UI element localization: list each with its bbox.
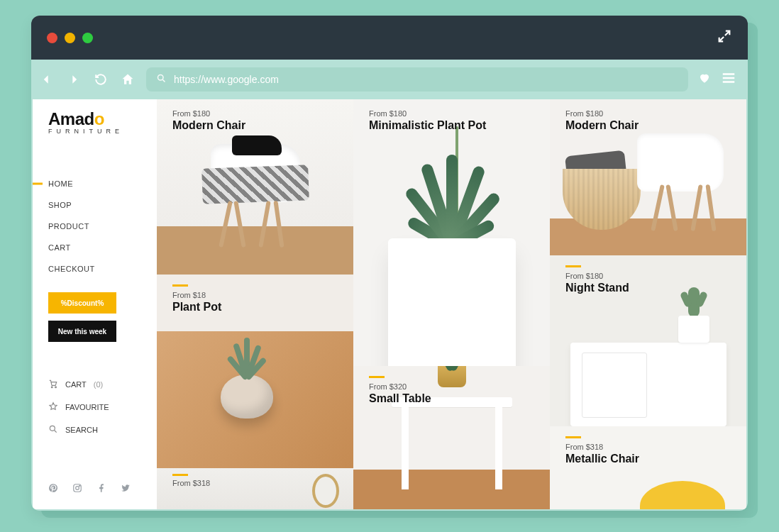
sidebar: Amado FURNITURE HOME SHOP PRODUCT CART C… (33, 99, 157, 509)
page: Amado FURNITURE HOME SHOP PRODUCT CART C… (33, 99, 746, 509)
product-title: Plant Pot (172, 301, 221, 314)
product-label: From $318 Metallic Chair (565, 436, 639, 465)
window-maximize-icon[interactable] (82, 33, 93, 43)
window-close-icon[interactable] (47, 33, 57, 43)
fullscreen-icon[interactable] (717, 28, 732, 47)
product-title: Modern Chair (565, 119, 639, 132)
product-price: From $318 (565, 443, 639, 451)
grid-col-2: From $180 Minimalistic Plant Pot (353, 99, 550, 509)
cta-group: %Discount% New this week (33, 292, 157, 342)
product-label: From $180 Night Stand (565, 265, 629, 294)
accent-bar (369, 376, 385, 378)
svg-point-1 (51, 387, 53, 388)
product-card[interactable]: From $318 (157, 468, 353, 509)
svg-point-2 (55, 387, 57, 388)
product-label: From $318 (172, 474, 210, 487)
product-title: Metallic Chair (565, 453, 639, 465)
nav-back-icon[interactable] (38, 71, 55, 88)
sidebar-search[interactable]: SEARCH (48, 424, 157, 436)
product-image (640, 481, 725, 509)
star-icon (48, 401, 58, 413)
sidebar-cart-label: CART (65, 380, 87, 389)
window-controls (47, 33, 93, 43)
brand-logo[interactable]: Amado FURNITURE (33, 109, 157, 139)
product-price: From $180 (369, 109, 486, 118)
product-card[interactable]: From $180 Minimalistic Plant Pot (353, 99, 550, 366)
accent-bar (172, 474, 188, 476)
cart-icon (48, 379, 58, 390)
product-grid: From $180 Modern Chair (157, 99, 746, 509)
nav-reload-icon[interactable] (92, 71, 109, 88)
search-icon (156, 73, 167, 87)
product-card[interactable]: From $318 Metallic Chair (550, 426, 746, 509)
search-small-icon (48, 424, 58, 436)
product-price: From $318 (172, 479, 210, 487)
twitter-icon[interactable] (121, 483, 131, 495)
sidebar-search-label: SEARCH (65, 426, 98, 434)
brand-name: Amado (48, 109, 157, 129)
product-title: Minimalistic Plant Pot (369, 119, 486, 132)
product-card[interactable]: From $180 Modern Chair (550, 99, 746, 255)
nav-home-icon[interactable] (119, 71, 136, 88)
product-card[interactable]: From $180 Modern Chair (157, 99, 353, 275)
svg-point-6 (79, 485, 80, 486)
nav-item-product[interactable]: PRODUCT (48, 216, 157, 237)
product-image (353, 99, 550, 366)
nav-item-home[interactable]: HOME (48, 173, 157, 194)
product-title: Small Table (369, 392, 431, 405)
product-title: Night Stand (565, 282, 629, 294)
brand-subtitle: FURNITURE (48, 128, 157, 135)
sidebar-meta: CART (0) FAVOURITE SEARCH (33, 379, 157, 436)
product-label: From $18 Plant Pot (172, 284, 221, 314)
product-price: From $320 (369, 382, 431, 391)
window-titlebar (31, 16, 748, 60)
product-card[interactable]: From $320 Small Table (353, 366, 550, 509)
pinterest-icon[interactable] (48, 483, 58, 495)
accent-bar (565, 436, 581, 438)
nav-item-shop[interactable]: SHOP (48, 194, 157, 216)
sidebar-favourite-label: FAVOURITE (65, 403, 109, 411)
product-label: From $180 Minimalistic Plant Pot (369, 109, 486, 132)
url-bar[interactable] (146, 67, 688, 92)
brand-name-prefix: Amad (48, 109, 94, 128)
product-title: Modern Chair (172, 119, 245, 132)
accent-bar (565, 265, 581, 267)
menu-icon[interactable] (721, 70, 736, 89)
browser-window: Amado FURNITURE HOME SHOP PRODUCT CART C… (31, 16, 748, 511)
social-links (48, 483, 131, 495)
product-price: From $180 (565, 272, 629, 280)
sidebar-favourite[interactable]: FAVOURITE (48, 401, 157, 413)
svg-point-3 (50, 426, 55, 431)
page-viewport: Amado FURNITURE HOME SHOP PRODUCT CART C… (33, 99, 746, 509)
new-this-week-button[interactable]: New this week (48, 321, 116, 342)
product-price: From $18 (172, 291, 221, 299)
grid-col-3: From $180 Modern Chair From $180 Night (550, 99, 746, 509)
nav-item-checkout[interactable]: CHECKOUT (48, 258, 157, 279)
svg-point-5 (76, 487, 79, 490)
product-label: From $320 Small Table (369, 376, 431, 405)
product-card[interactable]: From $180 Night Stand (550, 255, 746, 426)
favourite-icon[interactable] (698, 72, 711, 87)
main-nav: HOME SHOP PRODUCT CART CHECKOUT (33, 173, 157, 279)
nav-forward-icon[interactable] (65, 71, 82, 88)
url-input[interactable] (174, 74, 678, 85)
window-minimize-icon[interactable] (65, 33, 75, 43)
product-label: From $180 Modern Chair (565, 109, 639, 132)
product-price: From $180 (565, 109, 639, 118)
sidebar-cart-count: (0) (94, 380, 103, 389)
discount-button[interactable]: %Discount% (48, 292, 116, 314)
instagram-icon[interactable] (72, 483, 82, 495)
nav-item-cart[interactable]: CART (48, 237, 157, 258)
product-label: From $180 Modern Chair (172, 109, 245, 132)
grid-col-1: From $180 Modern Chair (157, 99, 353, 509)
product-price: From $180 (172, 109, 245, 118)
product-image (312, 474, 339, 508)
browser-toolbar (31, 60, 748, 99)
product-card[interactable]: From $18 Plant Pot (157, 275, 353, 467)
svg-point-0 (158, 74, 164, 80)
facebook-icon[interactable] (96, 483, 106, 495)
sidebar-cart[interactable]: CART (0) (48, 379, 157, 390)
brand-name-accent: o (94, 109, 104, 128)
accent-bar (172, 284, 188, 287)
